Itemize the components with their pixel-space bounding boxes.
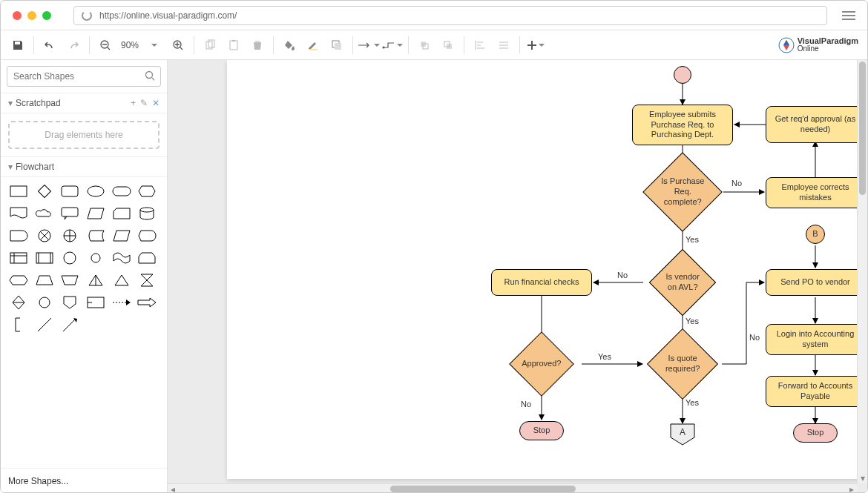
shape-data[interactable] — [85, 205, 106, 222]
shape-diamond[interactable] — [34, 183, 55, 199]
menu-button[interactable] — [842, 9, 855, 22]
search-shapes-input[interactable] — [7, 66, 161, 87]
shape-database[interactable] — [137, 205, 157, 222]
to-back-button[interactable] — [437, 34, 459, 56]
drawing-paper[interactable]: Employee submits Purchase Req. to Purcha… — [227, 60, 865, 479]
shape-preparation[interactable] — [8, 272, 29, 288]
url-bar[interactable]: https://online.visual-paradigm.com/ — [73, 6, 827, 25]
distribute-button[interactable] — [493, 34, 515, 56]
node-sendpo[interactable]: Send PO to vendor — [766, 269, 865, 296]
shape-delay[interactable] — [8, 228, 29, 244]
scroll-right-button[interactable]: ▸ — [846, 484, 857, 493]
node-submit[interactable]: Employee submits Purchase Req. to Purcha… — [632, 105, 733, 145]
redo-button[interactable] — [62, 34, 85, 56]
edge-label-no-4: No — [749, 333, 760, 342]
shape-circle-small[interactable] — [85, 250, 106, 266]
shape-or[interactable] — [59, 228, 80, 244]
minimize-window-button[interactable] — [27, 11, 36, 20]
shape-terminator[interactable] — [111, 183, 132, 199]
shape-loop-limit[interactable] — [137, 250, 157, 266]
shape-rectangle[interactable] — [8, 183, 29, 199]
shape-bracket[interactable] — [8, 317, 29, 333]
delete-button[interactable] — [246, 34, 269, 56]
shape-card[interactable] — [111, 205, 132, 222]
pencil-icon — [307, 39, 319, 51]
start-node[interactable] — [674, 66, 691, 84]
shape-manual-op[interactable] — [59, 272, 80, 288]
shape-predefined[interactable] — [34, 250, 55, 266]
horizontal-scrollbar[interactable]: ◂ ▸ — [168, 483, 857, 493]
scroll-left-button[interactable]: ◂ — [168, 484, 178, 493]
waypoints-button[interactable] — [381, 34, 404, 56]
shape-stored-data[interactable] — [85, 228, 106, 244]
connection-style-button[interactable] — [358, 34, 380, 56]
shape-connector[interactable] — [34, 294, 55, 311]
vertical-scrollbar[interactable]: ▴ ▾ — [857, 60, 867, 483]
node-stop2[interactable]: Stop — [793, 423, 838, 443]
node-complete-q[interactable]: Is Purchase Req. complete? — [642, 152, 722, 231]
node-financial[interactable]: Run financial checks — [491, 269, 592, 296]
canvas-area[interactable]: Employee submits Purchase Req. to Purcha… — [168, 60, 867, 493]
node-quote-q[interactable]: Is quote required? — [647, 328, 718, 400]
shape-rounded-rect[interactable] — [59, 183, 80, 199]
shape-display[interactable] — [137, 228, 157, 244]
align-button[interactable] — [469, 34, 491, 56]
shape-merge[interactable] — [111, 272, 132, 288]
shape-extract[interactable] — [85, 272, 106, 288]
shape-cloud[interactable] — [34, 205, 55, 222]
node-forward[interactable]: Forward to Accounts Payable — [766, 376, 865, 407]
shape-document[interactable] — [8, 205, 29, 222]
undo-button[interactable] — [39, 34, 61, 56]
node-corrects[interactable]: Employee corrects mistakes — [766, 177, 865, 208]
maximize-window-button[interactable] — [42, 11, 51, 20]
shape-arrow[interactable] — [137, 294, 157, 311]
more-shapes-link[interactable]: More Shapes... — [1, 468, 167, 493]
edit-scratchpad-button[interactable]: ✎ — [140, 98, 148, 108]
zoom-dropdown[interactable] — [143, 34, 165, 56]
shape-transfer[interactable] — [111, 294, 132, 311]
traffic-lights — [13, 11, 51, 20]
shape-tape[interactable] — [111, 250, 132, 266]
scroll-down-button[interactable]: ▾ — [858, 473, 867, 483]
connector-a[interactable]: A — [670, 423, 695, 448]
copy-button[interactable] — [199, 34, 221, 56]
shape-arrow-line[interactable] — [59, 317, 80, 333]
node-approved-q[interactable]: Approved? — [509, 331, 574, 397]
scratchpad-section-header[interactable]: ▾ Scratchpad + ✎ ✕ — [1, 93, 167, 113]
close-scratchpad-button[interactable]: ✕ — [152, 98, 160, 108]
h-scroll-thumb[interactable] — [390, 486, 576, 492]
add-button[interactable] — [525, 34, 547, 56]
shape-circle[interactable] — [59, 250, 80, 266]
line-color-button[interactable] — [302, 34, 324, 56]
paste-button[interactable] — [223, 34, 245, 56]
flowchart-section-header[interactable]: ▾ Flowchart — [1, 156, 167, 177]
shape-collate[interactable] — [137, 272, 157, 288]
node-stop1[interactable]: Stop — [519, 421, 564, 440]
close-window-button[interactable] — [13, 11, 22, 20]
shape-internal-storage[interactable] — [8, 250, 29, 266]
zoom-out-button[interactable] — [94, 34, 116, 56]
shape-parallelogram[interactable] — [111, 228, 132, 244]
fill-color-button[interactable] — [278, 34, 300, 56]
shape-annotation[interactable] — [85, 294, 106, 311]
shape-line[interactable] — [34, 317, 55, 333]
node-login[interactable]: Login into Accounting system — [766, 324, 865, 355]
node-approval[interactable]: Get req'd approval (as needed) — [766, 106, 865, 143]
shape-ellipse[interactable] — [85, 183, 106, 199]
shadow-button[interactable] — [326, 34, 348, 56]
zoom-in-button[interactable] — [167, 34, 189, 56]
shape-offpage[interactable] — [59, 294, 80, 311]
shape-callout[interactable] — [59, 205, 80, 222]
connector-b[interactable]: B — [806, 225, 825, 244]
save-button[interactable] — [7, 34, 29, 56]
scratchpad-dropzone[interactable]: Drag elements here — [8, 121, 160, 149]
shape-trapezoid[interactable] — [34, 272, 55, 288]
shape-sort[interactable] — [8, 294, 29, 311]
v-scroll-thumb[interactable] — [859, 62, 866, 195]
shape-sum[interactable] — [34, 228, 55, 244]
add-scratchpad-button[interactable]: + — [131, 98, 136, 108]
shape-hexagon[interactable] — [137, 183, 157, 199]
zoom-level[interactable]: 90% — [118, 40, 142, 50]
node-avl-q[interactable]: Is vendor on AVL? — [649, 249, 717, 317]
to-front-button[interactable] — [413, 34, 435, 56]
